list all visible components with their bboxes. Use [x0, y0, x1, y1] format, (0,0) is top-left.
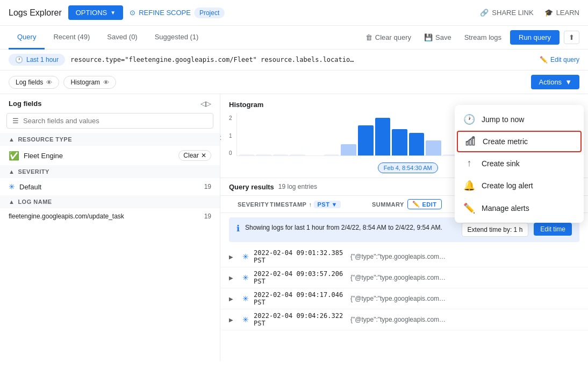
menu-item-create-log-alert[interactable]: 🔔 Create log alert	[455, 174, 584, 197]
fleet-engine-row: ✅ Fleet Engine Clear ✕	[0, 146, 220, 165]
results-title: Query results	[229, 183, 274, 191]
options-button[interactable]: OPTIONS ▼	[68, 5, 123, 20]
col-timestamp: TIMESTAMP ↑ PST ▼	[270, 201, 372, 208]
edit-time-button[interactable]: Edit time	[534, 223, 572, 236]
edit-query-button[interactable]: ✏️ Edit query	[540, 56, 579, 63]
menu-item-create-sink[interactable]: ↑ Create sink	[455, 152, 584, 174]
log-table: ▶ ✳ 2022-02-04 09:01:32.385 PST {"@type"…	[220, 246, 588, 330]
learn-button[interactable]: 🎓 LEARN	[544, 9, 579, 17]
refine-scope-button[interactable]: ⊙ REFINE SCOPE Project	[130, 8, 225, 18]
actions-dropdown: 🕐 Jump to now Create metric ↑ Create sin…	[455, 105, 584, 223]
nav-arrows[interactable]: ◁▷	[200, 100, 211, 108]
tabs-actions: 🗑 Clear query 💾 Save Stream logs Run que…	[361, 30, 579, 45]
histogram-bar	[256, 154, 271, 155]
save-icon: 💾	[424, 33, 433, 41]
info-icon: ℹ	[236, 223, 240, 233]
histogram-bar	[392, 129, 407, 155]
search-icon: ☰	[12, 117, 19, 125]
link-icon: 🔗	[480, 9, 489, 17]
results-count: 19 log entries	[278, 183, 317, 190]
tab-saved[interactable]: Saved (0)	[98, 26, 146, 49]
edit-summary-button[interactable]: ✏️ EDIT	[407, 199, 442, 209]
pencil-menu-icon: ✏️	[463, 202, 475, 214]
histogram-bar	[426, 140, 441, 155]
query-text: resource.type="fleetengine.googleapis.co…	[70, 56, 534, 63]
histogram-bar	[290, 154, 305, 155]
share-link-button[interactable]: 🔗 SHARE LINK	[480, 9, 533, 17]
tab-query[interactable]: Query	[9, 26, 45, 49]
sink-menu-icon: ↑	[463, 158, 475, 169]
histogram-chip[interactable]: Histogram 👁	[63, 76, 116, 89]
clear-button[interactable]: Clear ✕	[178, 150, 211, 161]
search-box: ☰	[6, 113, 213, 129]
severity-icon: ✳	[242, 273, 249, 282]
actions-button[interactable]: Actions ▼	[531, 75, 579, 89]
query-row: 🕐 Last 1 hour resource.type="fleetengine…	[0, 49, 588, 70]
severity-icon: ✳	[242, 294, 249, 303]
histogram-bar	[358, 125, 374, 155]
bell-menu-icon: 🔔	[463, 180, 475, 192]
eye-icon-2: 👁	[103, 79, 109, 86]
sort-icon[interactable]: ↑	[309, 201, 312, 208]
histogram-bar	[324, 154, 340, 155]
left-panel-header: Log fields ◁▷	[0, 94, 220, 113]
menu-item-jump-to-now[interactable]: 🕐 Jump to now	[455, 108, 584, 131]
log-row: ▶ ✳ 2022-02-04 09:03:57.206 PST {"@type"…	[220, 267, 588, 288]
svg-point-3	[472, 137, 474, 138]
menu-item-manage-alerts[interactable]: ✏️ Manage alerts	[455, 197, 584, 220]
log-row: ▶ ✳ 2022-02-04 09:04:17.046 PST {"@type"…	[220, 288, 588, 309]
actions-arrow-icon: ▼	[565, 78, 572, 86]
toolbar-row: Log fields 👁 Histogram 👁 Actions ▼	[0, 70, 588, 94]
time-indicator: Feb 4, 8:54:30 AM	[378, 162, 438, 173]
left-panel: Log fields ◁▷ ☰ ▲ RESOURCE TYPE ✅ Fleet …	[0, 94, 220, 361]
y-axis-1: 1	[229, 133, 232, 139]
expand-row-icon[interactable]: ▶	[229, 317, 238, 323]
log-name-row: fleetengine.googleapis.com/update_task 1…	[0, 208, 220, 224]
section-collapse-icon-2: ▲	[9, 168, 15, 175]
pst-dropdown-icon: ▼	[331, 201, 337, 208]
section-collapse-icon-3: ▲	[9, 199, 15, 205]
expand-button[interactable]: ⬆	[564, 31, 579, 44]
y-axis-0: 0	[229, 150, 232, 156]
extend-time-button[interactable]: Extend time by: 1 h	[462, 223, 529, 237]
expand-row-icon[interactable]: ▶	[229, 275, 238, 281]
tab-suggested[interactable]: Suggested (1)	[146, 26, 207, 49]
histogram-bar	[341, 144, 356, 155]
section-severity[interactable]: ▲ SEVERITY	[0, 165, 220, 178]
clear-query-button[interactable]: 🗑 Clear query	[361, 31, 415, 44]
histogram-bar	[409, 133, 425, 155]
svg-rect-2	[472, 138, 474, 145]
tabs-bar: Query Recent (49) Saved (0) Suggested (1…	[0, 26, 588, 49]
tab-recent[interactable]: Recent (49)	[45, 26, 98, 49]
clock-menu-icon: 🕐	[463, 114, 475, 125]
stream-logs-button[interactable]: Stream logs	[460, 31, 506, 44]
left-panel-title: Log fields	[9, 100, 41, 108]
section-log-name[interactable]: ▲ LOG NAME	[0, 195, 220, 208]
histogram-nav-left[interactable]: ‹	[220, 132, 221, 143]
histogram-bar	[273, 154, 289, 155]
options-label: OPTIONS	[76, 9, 107, 17]
search-input[interactable]	[23, 117, 207, 125]
menu-item-create-metric[interactable]: Create metric	[457, 131, 582, 152]
log-fields-chip[interactable]: Log fields 👁	[9, 76, 59, 89]
graduation-icon: 🎓	[544, 9, 553, 17]
options-arrow-icon: ▼	[110, 10, 116, 16]
snowflake-icon: ✳	[9, 182, 15, 191]
run-query-button[interactable]: Run query	[510, 30, 560, 45]
clock-icon: 🕐	[15, 56, 23, 63]
chart-menu-icon	[464, 136, 476, 147]
pst-badge[interactable]: PST ▼	[314, 201, 340, 208]
section-resource-type[interactable]: ▲ RESOURCE TYPE	[0, 133, 220, 146]
section-collapse-icon: ▲	[9, 136, 15, 143]
info-text: Showing logs for last 1 hour from 2/4/22…	[245, 223, 456, 232]
y-axis-2: 2	[229, 115, 232, 121]
save-button[interactable]: 💾 Save	[420, 31, 456, 44]
pencil-icon: ✏️	[540, 56, 548, 63]
expand-row-icon[interactable]: ▶	[229, 296, 238, 302]
app-title: Logs Explorer	[9, 8, 62, 18]
severity-icon: ✳	[242, 315, 249, 324]
time-chip[interactable]: 🕐 Last 1 hour	[9, 54, 65, 66]
expand-row-icon[interactable]: ▶	[229, 254, 238, 260]
histogram-bar	[375, 118, 391, 155]
severity-icon: ✳	[242, 252, 249, 261]
